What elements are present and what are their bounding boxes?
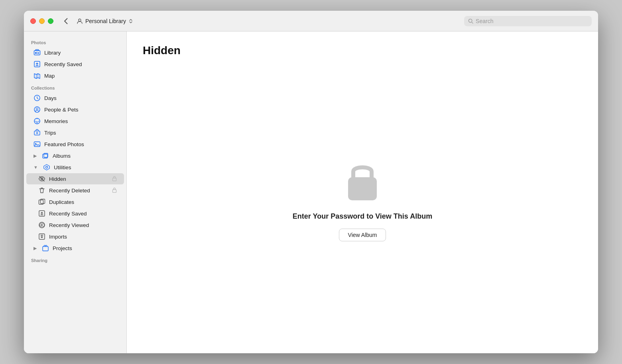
sidebar-item-trips[interactable]: Trips: [26, 127, 124, 138]
svg-point-32: [41, 224, 43, 226]
app-window: Personal Library Photos: [24, 11, 598, 353]
sidebar-item-recently-deleted-label: Recently Deleted: [49, 188, 108, 194]
albums-expand-icon: ▶: [33, 153, 37, 159]
lock-icon-container: [342, 157, 382, 204]
utilities-expand-icon: ▼: [33, 165, 38, 170]
library-icon: [33, 49, 41, 56]
sidebar-item-recently-saved-top[interactable]: Recently Saved: [26, 59, 124, 70]
sidebar-item-recently-viewed[interactable]: Recently Viewed: [26, 219, 124, 231]
sidebar-item-days-label: Days: [44, 95, 117, 101]
traffic-lights: [30, 18, 53, 24]
back-button[interactable]: [61, 16, 70, 26]
content-area: Hidden Enter Your Password to View This …: [127, 31, 598, 353]
main-area: Photos Library: [24, 31, 598, 353]
upload-icon: [33, 61, 41, 68]
sidebar: Photos Library: [24, 31, 127, 353]
sidebar-item-albums[interactable]: ▶ Albums: [26, 150, 124, 161]
memories-icon: [33, 117, 41, 125]
clock-icon: [33, 94, 41, 102]
chevron-updown-icon: [128, 19, 133, 23]
svg-rect-5: [35, 52, 37, 54]
sidebar-item-memories-label: Memories: [44, 118, 117, 124]
svg-point-0: [79, 19, 81, 21]
minimize-button[interactable]: [39, 18, 45, 24]
eye-icon: [38, 221, 45, 229]
svg-rect-3: [34, 51, 40, 55]
lock-area: Enter Your Password to View This Album V…: [143, 57, 582, 341]
sidebar-item-utilities-label: Utilities: [54, 164, 117, 170]
sidebar-item-duplicates[interactable]: Duplicates: [26, 196, 124, 207]
svg-rect-36: [348, 177, 377, 200]
sidebar-item-library[interactable]: Library: [26, 47, 124, 58]
recently-deleted-lock-icon: [112, 187, 117, 194]
sidebar-item-imports-label: Imports: [49, 234, 117, 240]
page-title: Hidden: [143, 44, 181, 57]
svg-rect-4: [35, 50, 39, 51]
sidebar-item-albums-label: Albums: [53, 153, 117, 159]
projects-icon: [42, 245, 49, 252]
sidebar-item-featured-photos-label: Featured Photos: [44, 141, 117, 147]
duplicates-icon: [38, 198, 45, 205]
import-icon: [38, 233, 45, 240]
svg-point-22: [45, 166, 47, 168]
collections-section-label: Collections: [24, 82, 126, 92]
titlebar: Personal Library: [24, 11, 598, 31]
sidebar-item-trips-label: Trips: [44, 130, 117, 136]
search-input[interactable]: [476, 18, 588, 24]
sidebar-item-people-pets[interactable]: People & Pets: [26, 104, 124, 115]
svg-rect-35: [43, 247, 48, 251]
sidebar-item-recently-viewed-label: Recently Viewed: [49, 222, 117, 228]
upload-icon-2: [38, 210, 45, 217]
library-selector[interactable]: Personal Library: [73, 16, 136, 26]
photos-section-label: Photos: [24, 36, 126, 47]
sidebar-item-recently-deleted[interactable]: Recently Deleted: [26, 185, 124, 196]
sidebar-item-projects[interactable]: ▶ Projects: [26, 243, 124, 254]
sidebar-item-hidden-label: Hidden: [49, 176, 108, 182]
svg-rect-25: [113, 178, 116, 181]
svg-rect-26: [113, 190, 116, 193]
lock-icon: [342, 157, 382, 204]
sidebar-item-recently-saved-label: Recently Saved: [49, 211, 117, 217]
sidebar-item-days[interactable]: Days: [26, 92, 124, 104]
projects-expand-icon: ▶: [33, 246, 37, 251]
sidebar-item-projects-label: Projects: [53, 245, 117, 251]
close-button[interactable]: [30, 18, 36, 24]
sidebar-item-map[interactable]: Map: [26, 70, 124, 81]
view-album-button[interactable]: View Album: [339, 229, 386, 241]
search-bar[interactable]: [464, 16, 592, 26]
sidebar-item-recently-saved[interactable]: Recently Saved: [26, 208, 124, 219]
sidebar-item-library-label: Library: [44, 50, 117, 56]
albums-icon: [42, 152, 49, 159]
people-icon: [33, 106, 41, 113]
sidebar-item-hidden[interactable]: Hidden: [26, 173, 124, 184]
featured-icon: [33, 141, 41, 148]
trash-icon: [38, 187, 45, 194]
trips-icon: [33, 129, 41, 136]
svg-point-14: [36, 108, 38, 110]
lock-prompt: Enter Your Password to View This Album: [293, 212, 432, 221]
hidden-icon: [38, 175, 45, 182]
sidebar-item-duplicates-label: Duplicates: [49, 199, 117, 205]
sidebar-item-utilities[interactable]: ▼ Utilities: [26, 162, 124, 173]
person-icon: [77, 18, 83, 24]
fullscreen-button[interactable]: [48, 18, 53, 24]
sidebar-item-recently-saved-top-label: Recently Saved: [44, 61, 117, 67]
utilities-icon: [43, 164, 50, 171]
sharing-section-label: Sharing: [24, 254, 126, 264]
sidebar-item-map-label: Map: [44, 73, 117, 79]
library-label: Personal Library: [85, 18, 126, 24]
search-icon: [468, 18, 473, 24]
sidebar-item-imports[interactable]: Imports: [26, 231, 124, 242]
sidebar-item-memories[interactable]: Memories: [26, 115, 124, 127]
map-icon: [33, 72, 41, 79]
sidebar-item-featured-photos[interactable]: Featured Photos: [26, 139, 124, 150]
hidden-lock-icon: [112, 176, 117, 182]
titlebar-nav: Personal Library: [61, 16, 136, 26]
svg-line-2: [472, 22, 473, 23]
sidebar-item-people-pets-label: People & Pets: [44, 107, 117, 113]
